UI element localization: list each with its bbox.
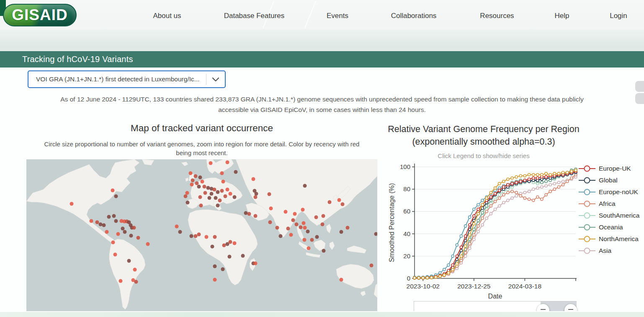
map-dot[interactable] bbox=[279, 234, 283, 238]
map-dot[interactable] bbox=[197, 185, 201, 189]
nav-item-collaborations[interactable]: Collaborations bbox=[391, 12, 437, 20]
map-dot[interactable] bbox=[213, 235, 217, 239]
map-dot[interactable] bbox=[233, 242, 237, 245]
map-dot[interactable] bbox=[107, 215, 111, 219]
map-dot[interactable] bbox=[111, 189, 115, 192]
map-dot[interactable] bbox=[178, 230, 182, 234]
legend-item-Africa[interactable]: Africa bbox=[578, 198, 644, 210]
map-dot[interactable] bbox=[337, 198, 341, 202]
map-dot[interactable] bbox=[213, 265, 217, 268]
map-dot[interactable] bbox=[216, 190, 220, 194]
nav-item-help[interactable]: Help bbox=[555, 12, 569, 20]
map-dot[interactable] bbox=[208, 196, 211, 200]
map-dot[interactable] bbox=[295, 223, 299, 226]
map-dot[interactable] bbox=[198, 195, 202, 199]
map-dot[interactable] bbox=[301, 208, 305, 212]
map-dot[interactable] bbox=[201, 180, 204, 184]
map-dot[interactable] bbox=[221, 268, 225, 271]
map-dot[interactable] bbox=[197, 233, 201, 236]
map-dot[interactable] bbox=[146, 242, 150, 246]
nav-item-about-us[interactable]: About us bbox=[153, 12, 181, 20]
map-dot[interactable] bbox=[199, 204, 203, 208]
map-dot[interactable] bbox=[114, 219, 118, 223]
map-dot[interactable] bbox=[112, 214, 116, 218]
map-dot[interactable] bbox=[111, 241, 115, 244]
map-dot[interactable] bbox=[190, 183, 194, 187]
map-dot[interactable] bbox=[254, 214, 258, 218]
map-dot[interactable] bbox=[70, 202, 74, 206]
map-dot[interactable] bbox=[269, 207, 273, 210]
series-line-SouthAmerica[interactable] bbox=[415, 170, 576, 278]
map-dot[interactable] bbox=[121, 227, 125, 231]
map-dot[interactable] bbox=[222, 244, 226, 247]
map-dot[interactable] bbox=[255, 192, 258, 196]
map-dot[interactable] bbox=[276, 226, 279, 230]
map-dot[interactable] bbox=[203, 185, 206, 189]
series-line-NorthAmerica[interactable] bbox=[415, 170, 576, 278]
map-dot[interactable] bbox=[184, 195, 188, 198]
map-dot[interactable] bbox=[191, 179, 195, 182]
chevron-down-icon[interactable] bbox=[206, 76, 225, 83]
legend-item-SouthAmerica[interactable]: SouthAmerica bbox=[578, 210, 644, 221]
map-dot[interactable] bbox=[289, 233, 293, 237]
map-dot[interactable] bbox=[310, 238, 314, 242]
world-map[interactable] bbox=[26, 159, 377, 311]
map-dot[interactable] bbox=[234, 170, 238, 174]
map-dot[interactable] bbox=[214, 196, 218, 200]
map-dot[interactable] bbox=[247, 212, 251, 216]
map-dot[interactable] bbox=[224, 195, 227, 198]
map-dot[interactable] bbox=[268, 192, 271, 196]
map-dot[interactable] bbox=[302, 221, 306, 225]
map-dot[interactable] bbox=[123, 230, 127, 234]
map-dot[interactable] bbox=[220, 189, 224, 193]
map-dot[interactable] bbox=[189, 171, 193, 175]
map-dot[interactable] bbox=[303, 184, 307, 188]
map-dot[interactable] bbox=[222, 180, 225, 184]
variant-selector[interactable]: VOI GRA (JN.1+JN.1.*) first detected in … bbox=[28, 70, 226, 88]
map-dot[interactable] bbox=[127, 259, 131, 263]
map-dot[interactable] bbox=[303, 238, 307, 242]
map-dot[interactable] bbox=[211, 245, 214, 249]
map-dot[interactable] bbox=[205, 235, 209, 239]
map-dot[interactable] bbox=[210, 192, 214, 196]
map-dot[interactable] bbox=[132, 226, 136, 230]
map-dot[interactable] bbox=[254, 195, 258, 199]
nav-item-resources[interactable]: Resources bbox=[480, 12, 514, 20]
map-dot[interactable] bbox=[186, 201, 190, 205]
map-dot[interactable] bbox=[314, 216, 318, 219]
map-dot[interactable] bbox=[209, 161, 213, 165]
map-dot[interactable] bbox=[226, 188, 229, 192]
map-dot[interactable] bbox=[95, 221, 99, 224]
map-dot[interactable] bbox=[119, 279, 123, 283]
map-dot[interactable] bbox=[244, 211, 248, 215]
legend-item-Asia[interactable]: Asia bbox=[578, 245, 644, 257]
map-dot[interactable] bbox=[198, 176, 202, 179]
map-dot[interactable] bbox=[175, 225, 179, 229]
map-dot[interactable] bbox=[322, 249, 326, 253]
map-dot[interactable] bbox=[105, 230, 109, 234]
legend-item-Europe-UK[interactable]: Europe-UK bbox=[578, 163, 644, 174]
map-dot[interactable] bbox=[229, 240, 232, 244]
map-dot[interactable] bbox=[299, 226, 303, 229]
map-dot[interactable] bbox=[233, 195, 237, 199]
map-dot[interactable] bbox=[284, 210, 288, 214]
map-dot[interactable] bbox=[293, 212, 297, 216]
map-dot[interactable] bbox=[116, 232, 120, 236]
map-dot[interactable] bbox=[218, 199, 222, 203]
map-dot[interactable] bbox=[291, 218, 295, 222]
nav-item-events[interactable]: Events bbox=[327, 12, 348, 20]
map-dot[interactable] bbox=[113, 253, 117, 257]
legend-item-Oceania[interactable]: Oceania bbox=[578, 221, 644, 233]
map-dot[interactable] bbox=[226, 161, 229, 164]
map-dot[interactable] bbox=[90, 219, 93, 223]
map-dot[interactable] bbox=[99, 223, 103, 226]
map-dot[interactable] bbox=[190, 234, 193, 238]
map-dot[interactable] bbox=[114, 195, 118, 198]
map-dot[interactable] bbox=[306, 230, 310, 234]
map-dot[interactable] bbox=[194, 234, 198, 238]
map-dot[interactable] bbox=[322, 214, 325, 218]
map-dot[interactable] bbox=[321, 223, 325, 226]
map-dot[interactable] bbox=[229, 192, 232, 196]
map-dot[interactable] bbox=[102, 223, 106, 227]
map-dot[interactable] bbox=[216, 204, 220, 208]
